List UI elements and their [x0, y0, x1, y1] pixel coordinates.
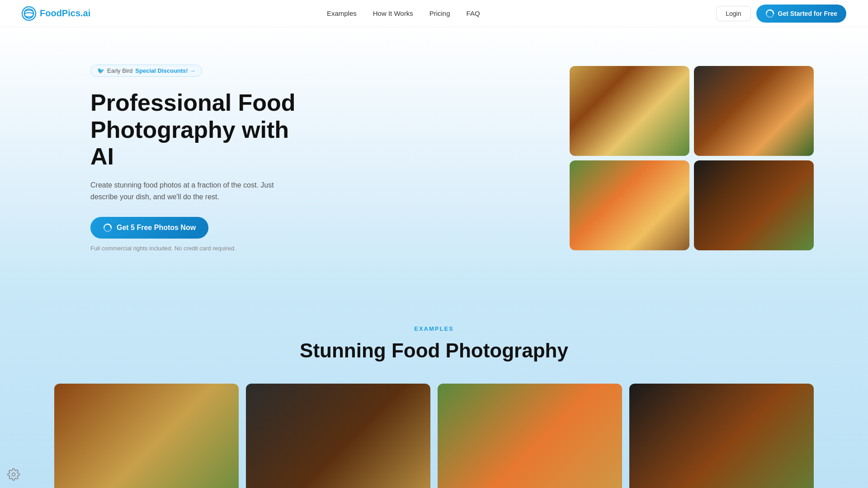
logo-icon [22, 6, 36, 21]
examples-grid [54, 384, 814, 488]
navbar: FoodPics.ai Examples How It Works Pricin… [0, 0, 868, 27]
login-button[interactable]: Login [716, 6, 750, 21]
hero-image-burger [570, 66, 689, 156]
hero-section: 🐦 Early Bird Special Discounts! → Profes… [0, 27, 868, 289]
svg-point-3 [12, 473, 15, 476]
nav-actions: Login Get Started for Free [716, 5, 846, 23]
nav-links: Examples How It Works Pricing FAQ [327, 9, 480, 17]
hero-disclaimer: Full commercial rights included. No cred… [90, 245, 307, 252]
early-bird-badge: 🐦 Early Bird Special Discounts! → [90, 65, 202, 77]
badge-cta-link[interactable]: Special Discounts! → [135, 67, 195, 74]
hero-left: 🐦 Early Bird Special Discounts! → Profes… [90, 65, 307, 252]
get-started-button[interactable]: Get Started for Free [756, 5, 846, 23]
hero-title: Professional Food Photography with AI [90, 89, 307, 170]
logo-text: FoodPics.ai [40, 8, 90, 19]
hero-image-salad [570, 160, 689, 250]
nav-link-examples[interactable]: Examples [327, 9, 357, 17]
examples-section: EXAMPLES Stunning Food Photography [0, 289, 868, 488]
hero-title-line2: Photography with AI [90, 117, 289, 170]
hero-title-line1: Professional Food [90, 89, 296, 116]
hero-image-steak [694, 160, 814, 250]
example-image-1 [54, 384, 239, 488]
hero-cta-spinner-icon [103, 223, 112, 232]
examples-section-label: EXAMPLES [54, 325, 814, 332]
example-image-3 [438, 384, 622, 488]
get-started-label: Get Started for Free [778, 10, 837, 17]
hero-subtitle: Create stunning food photos at a fractio… [90, 179, 280, 202]
logo-link[interactable]: FoodPics.ai [22, 6, 90, 21]
hero-images-grid [570, 66, 814, 250]
nav-link-how-it-works[interactable]: How It Works [373, 9, 413, 17]
get-photos-label: Get 5 Free Photos Now [117, 224, 196, 232]
cta-spinner-icon [765, 9, 774, 18]
examples-section-title: Stunning Food Photography [54, 339, 814, 362]
badge-text: Early Bird [107, 67, 132, 74]
get-photos-button[interactable]: Get 5 Free Photos Now [90, 217, 208, 239]
settings-icon[interactable] [7, 468, 20, 481]
example-image-2 [246, 384, 430, 488]
example-image-4 [629, 384, 814, 488]
nav-link-faq[interactable]: FAQ [467, 9, 480, 17]
badge-emoji: 🐦 [97, 67, 104, 74]
nav-link-pricing[interactable]: Pricing [429, 9, 450, 17]
hero-image-tacos [694, 66, 814, 156]
